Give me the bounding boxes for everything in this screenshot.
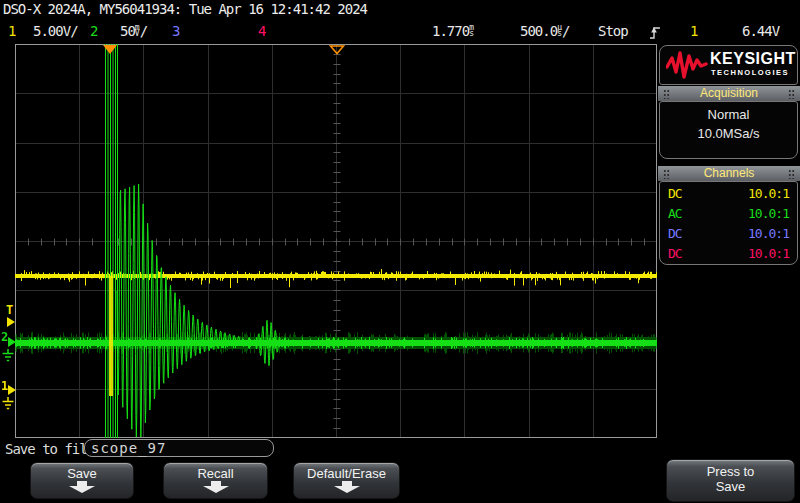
ch2-probe: 10.0:1: [748, 204, 789, 224]
menu-down-arrow-icon: [203, 481, 229, 493]
ch4-probe: 10.0:1: [748, 244, 789, 264]
channels-header-label: Channels: [704, 166, 755, 180]
trigger-level-marker[interactable]: [7, 317, 15, 327]
ch1-ground-icon: [2, 397, 14, 410]
timebase-position-unit: ms: [469, 25, 474, 37]
brand-panel: KEYSIGHT TECHNOLOGIES: [659, 45, 798, 85]
trigger-level: 6.44V: [742, 23, 779, 39]
acquisition-header[interactable]: Acquisition: [658, 86, 800, 101]
sample-rate: 10.0MSa/s: [660, 126, 797, 141]
channel-row: DC 10.0:1: [660, 184, 797, 204]
ch1-scale[interactable]: 5.00V/: [33, 23, 78, 39]
acquisition-header-label: Acquisition: [700, 86, 758, 100]
grip-icon: [663, 89, 670, 99]
save-softkey-label: Save: [31, 466, 133, 481]
ch3-coupling: DC: [668, 224, 682, 244]
channels-panel: DC 10.0:1 AC 10.0:1 DC 10.0:1 DC 10.0:1: [659, 181, 798, 265]
channel-row: DC 10.0:1: [660, 224, 797, 244]
ch1-coupling: DC: [668, 184, 682, 204]
acquisition-panel: Normal 10.0MSa/s: [659, 101, 798, 159]
timebase-scale[interactable]: 500.0µs/: [520, 23, 569, 39]
filename-input[interactable]: scope_97: [84, 439, 274, 457]
save-softkey[interactable]: Save: [30, 462, 134, 499]
ch4-badge[interactable]: 4: [258, 23, 265, 39]
trigger-level-marker-label: T: [6, 303, 13, 317]
timebase-scale-value: 500.0: [520, 23, 557, 39]
time-reference-marker[interactable]: [329, 45, 345, 55]
recall-softkey-label: Recall: [164, 466, 267, 481]
trigger-source[interactable]: 1: [690, 23, 697, 39]
oscilloscope-screen: DSO-X 2024A, MY56041934: Tue Apr 16 12:4…: [0, 0, 800, 503]
waveform-display[interactable]: [15, 44, 657, 438]
menu-down-arrow-icon: [334, 481, 360, 493]
default-erase-softkey-label: Default/Erase: [294, 466, 399, 481]
ch3-badge[interactable]: 3: [172, 23, 179, 39]
grip-icon: [788, 169, 795, 179]
instrument-title: DSO-X 2024A, MY56041934: Tue Apr 16 12:4…: [3, 1, 367, 17]
edge-trigger-icon: [649, 25, 661, 40]
channel-row: DC 10.0:1: [660, 244, 797, 264]
ch2-scale[interactable]: 50mV/: [120, 23, 147, 39]
trigger-time-marker[interactable]: [103, 45, 117, 54]
press-to-save-line1: Press to: [667, 464, 794, 479]
recall-softkey[interactable]: Recall: [163, 462, 268, 499]
ch2-badge[interactable]: 2: [90, 23, 97, 39]
grip-icon: [788, 89, 795, 99]
ch3-probe: 10.0:1: [748, 224, 789, 244]
channel-row: AC 10.0:1: [660, 204, 797, 224]
timebase-scale-suffix: /: [562, 23, 569, 39]
timebase-position[interactable]: 1.770ms: [432, 23, 474, 39]
grip-icon: [663, 169, 670, 179]
ch2-ground-icon: [2, 349, 14, 362]
ch4-coupling: DC: [668, 244, 682, 264]
ch1-badge[interactable]: 1: [8, 23, 15, 39]
ch2-scale-value: 50: [120, 23, 135, 39]
menu-down-arrow-icon: [69, 481, 95, 493]
timebase-position-value: 1.770: [432, 23, 469, 39]
brand-sub: TECHNOLOGIES: [711, 68, 789, 77]
channels-header[interactable]: Channels: [658, 166, 800, 181]
ch2-ground-marker[interactable]: [8, 337, 16, 347]
ch1-probe: 10.0:1: [748, 184, 789, 204]
ch1-ground-marker[interactable]: [8, 385, 16, 395]
run-state: Stop: [598, 23, 628, 39]
default-erase-softkey[interactable]: Default/Erase: [293, 462, 400, 499]
brand-name: KEYSIGHT: [710, 51, 796, 66]
keysight-logo-icon: [666, 51, 708, 79]
press-to-save-line2: Save: [667, 479, 794, 494]
ch2-coupling: AC: [668, 204, 682, 224]
acquisition-mode: Normal: [660, 107, 797, 122]
press-to-save-softkey[interactable]: Press to Save: [666, 459, 795, 502]
ch2-scale-suffix: /: [140, 23, 147, 39]
